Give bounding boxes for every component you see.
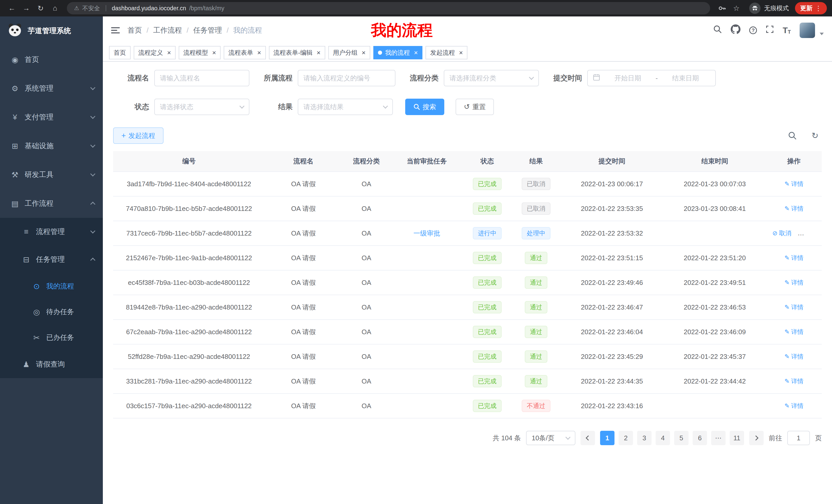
process-name-input[interactable]: 请输入流程名 xyxy=(154,70,250,86)
search-icon[interactable] xyxy=(713,25,722,36)
table-row: 52ffd28e-7b9a-11ec-a290-acde48001122OA 请… xyxy=(113,344,822,369)
sidebar-item-my-process[interactable]: ⊙我的流程 xyxy=(0,273,103,299)
select-placeholder: 请选择流结果 xyxy=(303,103,381,111)
breadcrumb-separator: / xyxy=(187,26,189,34)
table-cell: ✎详情 xyxy=(766,196,822,221)
detail-link[interactable]: ✎详情 xyxy=(784,328,803,336)
table-cell: OA 请假 xyxy=(265,172,342,196)
next-page-button[interactable] xyxy=(749,431,763,445)
update-button[interactable]: 更新 ⋮ xyxy=(795,2,827,15)
current-task-link[interactable]: 一级审批 xyxy=(413,229,440,237)
detail-link[interactable]: ✎详情 xyxy=(784,377,803,385)
create-process-button[interactable]: + 发起流程 xyxy=(113,128,163,144)
sidebar-item-home[interactable]: ◉首页 xyxy=(0,45,103,74)
prev-page-button[interactable] xyxy=(580,431,595,445)
help-icon[interactable]: ? xyxy=(749,26,757,34)
close-icon[interactable]: × xyxy=(414,49,418,56)
hamburger-icon[interactable] xyxy=(111,26,120,35)
sidebar-item-payment-mgmt[interactable]: ¥支付管理 xyxy=(0,103,103,132)
tab-7[interactable]: 发起流程× xyxy=(425,46,467,59)
kebab-menu-icon[interactable]: ⋮ xyxy=(815,4,822,12)
sidebar-item-task-mgmt[interactable]: ⊟任务管理 xyxy=(0,246,103,273)
table-cell: 已完成 xyxy=(463,295,512,319)
category-select[interactable]: 请选择流程分类 xyxy=(444,70,539,86)
sidebar-item-dev-tools[interactable]: ⚒研发工具 xyxy=(0,160,103,189)
breadcrumb-item[interactable]: 首页 xyxy=(128,25,142,35)
tab-6[interactable]: 我的流程× xyxy=(373,46,422,59)
bookmark-star-icon[interactable]: ☆ xyxy=(730,2,743,15)
sidebar-item-label: 任务管理 xyxy=(36,255,65,264)
chevron-down-icon xyxy=(383,104,388,109)
detail-link[interactable]: ✎详情 xyxy=(784,353,803,361)
tab-4[interactable]: 流程表单-编辑× xyxy=(269,46,325,59)
tab-2[interactable]: 流程模型× xyxy=(179,46,220,59)
close-icon[interactable]: × xyxy=(212,49,216,56)
reset-button[interactable]: ↺ 重置 xyxy=(456,99,494,115)
password-key-icon[interactable] xyxy=(715,2,729,15)
page-button[interactable]: 5 xyxy=(674,431,688,445)
detail-link[interactable]: ✎详情 xyxy=(784,278,803,287)
pagination-total: 共 104 条 xyxy=(493,433,521,443)
detail-link[interactable]: ✎详情 xyxy=(784,180,803,188)
table-cell: 已完成 xyxy=(463,369,512,394)
status-select[interactable]: 请选择状态 xyxy=(154,99,250,115)
result-select[interactable]: 请选择流结果 xyxy=(298,99,393,115)
date-range-picker[interactable]: 开始日期 - 结束日期 xyxy=(587,70,716,86)
close-icon[interactable]: × xyxy=(362,49,366,56)
result-tag: 已取消 xyxy=(522,202,550,215)
sidebar-item-leave-query[interactable]: ♟请假查询 xyxy=(0,351,103,378)
close-icon[interactable]: × xyxy=(167,49,171,56)
result-tag: 通过 xyxy=(525,375,547,387)
home-icon[interactable]: ⌂ xyxy=(48,2,62,15)
tab-0[interactable]: 首页 xyxy=(109,46,131,59)
tab-5[interactable]: 用户分组× xyxy=(328,46,370,59)
goto-page-input[interactable]: 1 xyxy=(787,431,810,445)
cancel-link[interactable]: ⊘取消 xyxy=(772,229,791,237)
caret-down-icon[interactable] xyxy=(820,33,824,35)
chevron-up-icon xyxy=(91,201,95,206)
page-button[interactable]: 3 xyxy=(637,431,651,445)
back-icon[interactable]: ← xyxy=(5,2,19,15)
close-icon[interactable]: × xyxy=(459,49,463,56)
fullscreen-icon[interactable] xyxy=(766,25,774,35)
sidebar-item-system-mgmt[interactable]: ⚙系统管理 xyxy=(0,74,103,103)
sidebar-item-todo-task[interactable]: ◎待办任务 xyxy=(0,299,103,325)
user-avatar[interactable] xyxy=(800,23,815,38)
close-icon[interactable]: × xyxy=(317,49,321,56)
ellipsis-page-button[interactable]: ⋯ xyxy=(711,431,726,445)
page-size-select[interactable]: 10条/页 xyxy=(526,431,575,445)
page-button[interactable]: 2 xyxy=(619,431,633,445)
toggle-search-icon[interactable] xyxy=(786,129,799,142)
detail-link[interactable]: ✎详情 xyxy=(784,204,803,213)
table-cell xyxy=(391,172,463,196)
tab-1[interactable]: 流程定义× xyxy=(134,46,176,59)
font-size-icon[interactable]: TT xyxy=(783,26,791,34)
page-button[interactable]: 1 xyxy=(600,431,615,445)
breadcrumb-item[interactable]: 任务管理 xyxy=(193,25,222,35)
refresh-table-icon[interactable]: ↻ xyxy=(808,129,822,142)
sidebar-item-label: 流程管理 xyxy=(36,227,65,236)
eye-icon: ◎ xyxy=(32,307,41,316)
breadcrumb-item: 我的流程 xyxy=(233,25,262,35)
task-icon: ⊟ xyxy=(22,255,31,264)
sidebar-item-process-mgmt[interactable]: ≡流程管理 xyxy=(0,218,103,246)
sidebar-item-infrastructure[interactable]: ⊞基础设施 xyxy=(0,132,103,160)
detail-link[interactable]: ✎详情 xyxy=(784,402,803,410)
search-button[interactable]: 搜索 xyxy=(405,99,444,115)
process-definition-input[interactable]: 请输入流程定义的编号 xyxy=(298,70,395,86)
address-bar[interactable]: ⚠ 不安全 dashboard.yudao.iocoder.cn/bpm/tas… xyxy=(67,2,710,15)
reload-icon[interactable]: ↻ xyxy=(34,2,47,15)
github-icon[interactable] xyxy=(731,24,740,36)
breadcrumb-item[interactable]: 工作流程 xyxy=(153,25,182,35)
forward-icon[interactable]: → xyxy=(20,2,33,15)
page-button[interactable]: 11 xyxy=(730,431,744,445)
close-icon[interactable]: × xyxy=(257,49,261,56)
sidebar-item-workflow[interactable]: ▤工作流程 xyxy=(0,189,103,218)
page-button[interactable]: 6 xyxy=(693,431,707,445)
column-header: 提交时间 xyxy=(561,151,663,172)
sidebar-item-done-task[interactable]: ✂已办任务 xyxy=(0,325,103,351)
tab-3[interactable]: 流程表单× xyxy=(224,46,266,59)
detail-link[interactable]: ✎详情 xyxy=(784,254,803,262)
detail-link[interactable]: ✎详情 xyxy=(784,303,803,311)
page-button[interactable]: 4 xyxy=(656,431,670,445)
